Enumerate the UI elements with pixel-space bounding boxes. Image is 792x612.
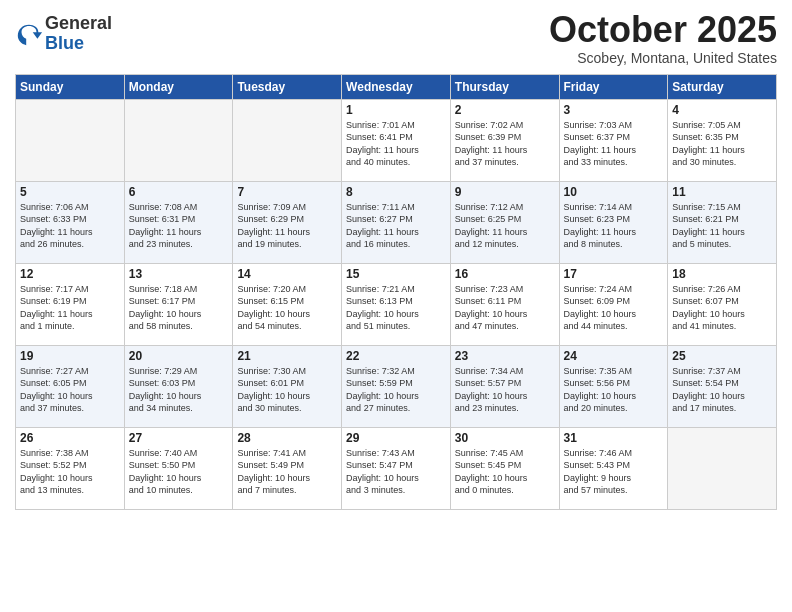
table-row: 25Sunrise: 7:37 AM Sunset: 5:54 PM Dayli… [668,345,777,427]
table-row: 4Sunrise: 7:05 AM Sunset: 6:35 PM Daylig… [668,99,777,181]
day-number: 15 [346,267,446,281]
table-row: 31Sunrise: 7:46 AM Sunset: 5:43 PM Dayli… [559,427,668,509]
table-row: 28Sunrise: 7:41 AM Sunset: 5:49 PM Dayli… [233,427,342,509]
day-number: 5 [20,185,120,199]
calendar-week-row: 26Sunrise: 7:38 AM Sunset: 5:52 PM Dayli… [16,427,777,509]
table-row: 9Sunrise: 7:12 AM Sunset: 6:25 PM Daylig… [450,181,559,263]
day-number: 13 [129,267,229,281]
header-friday: Friday [559,74,668,99]
day-number: 4 [672,103,772,117]
logo-icon [15,20,43,48]
calendar-week-row: 12Sunrise: 7:17 AM Sunset: 6:19 PM Dayli… [16,263,777,345]
day-number: 8 [346,185,446,199]
day-number: 18 [672,267,772,281]
table-row: 23Sunrise: 7:34 AM Sunset: 5:57 PM Dayli… [450,345,559,427]
table-row: 30Sunrise: 7:45 AM Sunset: 5:45 PM Dayli… [450,427,559,509]
logo: General Blue [15,14,112,54]
day-number: 31 [564,431,664,445]
table-row [124,99,233,181]
day-number: 25 [672,349,772,363]
day-info: Sunrise: 7:41 AM Sunset: 5:49 PM Dayligh… [237,447,337,497]
table-row: 21Sunrise: 7:30 AM Sunset: 6:01 PM Dayli… [233,345,342,427]
day-number: 12 [20,267,120,281]
day-info: Sunrise: 7:15 AM Sunset: 6:21 PM Dayligh… [672,201,772,251]
table-row: 11Sunrise: 7:15 AM Sunset: 6:21 PM Dayli… [668,181,777,263]
table-row [233,99,342,181]
day-info: Sunrise: 7:01 AM Sunset: 6:41 PM Dayligh… [346,119,446,169]
day-info: Sunrise: 7:29 AM Sunset: 6:03 PM Dayligh… [129,365,229,415]
header-saturday: Saturday [668,74,777,99]
table-row: 20Sunrise: 7:29 AM Sunset: 6:03 PM Dayli… [124,345,233,427]
calendar-container: General Blue October 2025 Scobey, Montan… [0,0,792,612]
day-number: 26 [20,431,120,445]
day-info: Sunrise: 7:17 AM Sunset: 6:19 PM Dayligh… [20,283,120,333]
day-number: 30 [455,431,555,445]
weekday-header-row: Sunday Monday Tuesday Wednesday Thursday… [16,74,777,99]
table-row: 16Sunrise: 7:23 AM Sunset: 6:11 PM Dayli… [450,263,559,345]
table-row: 13Sunrise: 7:18 AM Sunset: 6:17 PM Dayli… [124,263,233,345]
table-row: 7Sunrise: 7:09 AM Sunset: 6:29 PM Daylig… [233,181,342,263]
day-number: 23 [455,349,555,363]
table-row: 29Sunrise: 7:43 AM Sunset: 5:47 PM Dayli… [342,427,451,509]
day-info: Sunrise: 7:45 AM Sunset: 5:45 PM Dayligh… [455,447,555,497]
day-info: Sunrise: 7:24 AM Sunset: 6:09 PM Dayligh… [564,283,664,333]
day-info: Sunrise: 7:30 AM Sunset: 6:01 PM Dayligh… [237,365,337,415]
table-row: 26Sunrise: 7:38 AM Sunset: 5:52 PM Dayli… [16,427,125,509]
day-info: Sunrise: 7:05 AM Sunset: 6:35 PM Dayligh… [672,119,772,169]
header: General Blue October 2025 Scobey, Montan… [15,10,777,66]
day-number: 21 [237,349,337,363]
day-number: 3 [564,103,664,117]
day-info: Sunrise: 7:34 AM Sunset: 5:57 PM Dayligh… [455,365,555,415]
day-number: 10 [564,185,664,199]
day-number: 19 [20,349,120,363]
table-row: 15Sunrise: 7:21 AM Sunset: 6:13 PM Dayli… [342,263,451,345]
day-info: Sunrise: 7:23 AM Sunset: 6:11 PM Dayligh… [455,283,555,333]
table-row: 17Sunrise: 7:24 AM Sunset: 6:09 PM Dayli… [559,263,668,345]
day-number: 14 [237,267,337,281]
day-info: Sunrise: 7:09 AM Sunset: 6:29 PM Dayligh… [237,201,337,251]
header-thursday: Thursday [450,74,559,99]
table-row: 19Sunrise: 7:27 AM Sunset: 6:05 PM Dayli… [16,345,125,427]
header-tuesday: Tuesday [233,74,342,99]
day-number: 16 [455,267,555,281]
day-number: 17 [564,267,664,281]
day-number: 1 [346,103,446,117]
calendar-week-row: 19Sunrise: 7:27 AM Sunset: 6:05 PM Dayli… [16,345,777,427]
table-row: 8Sunrise: 7:11 AM Sunset: 6:27 PM Daylig… [342,181,451,263]
table-row: 14Sunrise: 7:20 AM Sunset: 6:15 PM Dayli… [233,263,342,345]
day-number: 29 [346,431,446,445]
day-number: 20 [129,349,229,363]
day-info: Sunrise: 7:06 AM Sunset: 6:33 PM Dayligh… [20,201,120,251]
day-info: Sunrise: 7:37 AM Sunset: 5:54 PM Dayligh… [672,365,772,415]
day-info: Sunrise: 7:27 AM Sunset: 6:05 PM Dayligh… [20,365,120,415]
table-row: 6Sunrise: 7:08 AM Sunset: 6:31 PM Daylig… [124,181,233,263]
table-row: 12Sunrise: 7:17 AM Sunset: 6:19 PM Dayli… [16,263,125,345]
logo-text: General Blue [45,14,112,54]
title-block: October 2025 Scobey, Montana, United Sta… [549,10,777,66]
month-title: October 2025 [549,10,777,50]
day-info: Sunrise: 7:38 AM Sunset: 5:52 PM Dayligh… [20,447,120,497]
header-wednesday: Wednesday [342,74,451,99]
day-number: 27 [129,431,229,445]
day-info: Sunrise: 7:21 AM Sunset: 6:13 PM Dayligh… [346,283,446,333]
day-info: Sunrise: 7:32 AM Sunset: 5:59 PM Dayligh… [346,365,446,415]
header-sunday: Sunday [16,74,125,99]
table-row: 3Sunrise: 7:03 AM Sunset: 6:37 PM Daylig… [559,99,668,181]
day-info: Sunrise: 7:20 AM Sunset: 6:15 PM Dayligh… [237,283,337,333]
day-info: Sunrise: 7:03 AM Sunset: 6:37 PM Dayligh… [564,119,664,169]
day-info: Sunrise: 7:11 AM Sunset: 6:27 PM Dayligh… [346,201,446,251]
table-row: 22Sunrise: 7:32 AM Sunset: 5:59 PM Dayli… [342,345,451,427]
day-info: Sunrise: 7:18 AM Sunset: 6:17 PM Dayligh… [129,283,229,333]
day-number: 9 [455,185,555,199]
day-number: 24 [564,349,664,363]
day-info: Sunrise: 7:02 AM Sunset: 6:39 PM Dayligh… [455,119,555,169]
logo-blue: Blue [45,33,84,53]
table-row: 2Sunrise: 7:02 AM Sunset: 6:39 PM Daylig… [450,99,559,181]
day-number: 2 [455,103,555,117]
table-row: 1Sunrise: 7:01 AM Sunset: 6:41 PM Daylig… [342,99,451,181]
day-number: 6 [129,185,229,199]
table-row: 10Sunrise: 7:14 AM Sunset: 6:23 PM Dayli… [559,181,668,263]
day-number: 22 [346,349,446,363]
calendar-week-row: 1Sunrise: 7:01 AM Sunset: 6:41 PM Daylig… [16,99,777,181]
table-row [16,99,125,181]
